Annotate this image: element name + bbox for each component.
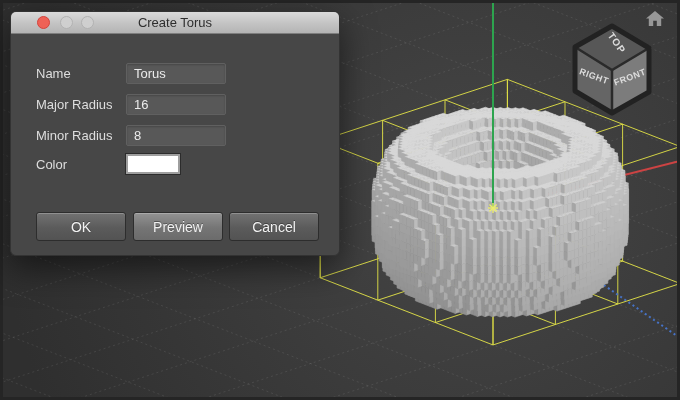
ok-button[interactable]: OK — [36, 212, 126, 241]
major-radius-input[interactable] — [126, 94, 226, 115]
app-window: TOP RIGHT FRONT Create Torus Name Major … — [0, 0, 680, 400]
minor-radius-input[interactable] — [126, 125, 226, 146]
color-swatch[interactable] — [126, 154, 180, 174]
close-button[interactable] — [37, 16, 50, 29]
home-icon[interactable] — [645, 9, 665, 29]
view-cube[interactable]: TOP RIGHT FRONT — [567, 18, 661, 120]
preview-button[interactable]: Preview — [133, 212, 223, 241]
name-label: Name — [36, 66, 71, 81]
minor-radius-label: Minor Radius — [36, 128, 113, 143]
name-input[interactable] — [126, 63, 226, 84]
cancel-button[interactable]: Cancel — [229, 212, 319, 241]
major-radius-label: Major Radius — [36, 97, 113, 112]
home-icon-glyph — [646, 11, 664, 26]
create-torus-dialog: Create Torus Name Major Radius Minor Rad… — [10, 11, 340, 256]
color-label: Color — [36, 157, 67, 172]
minimize-button — [60, 16, 73, 29]
zoom-button — [81, 16, 94, 29]
dialog-titlebar[interactable]: Create Torus — [11, 12, 339, 34]
